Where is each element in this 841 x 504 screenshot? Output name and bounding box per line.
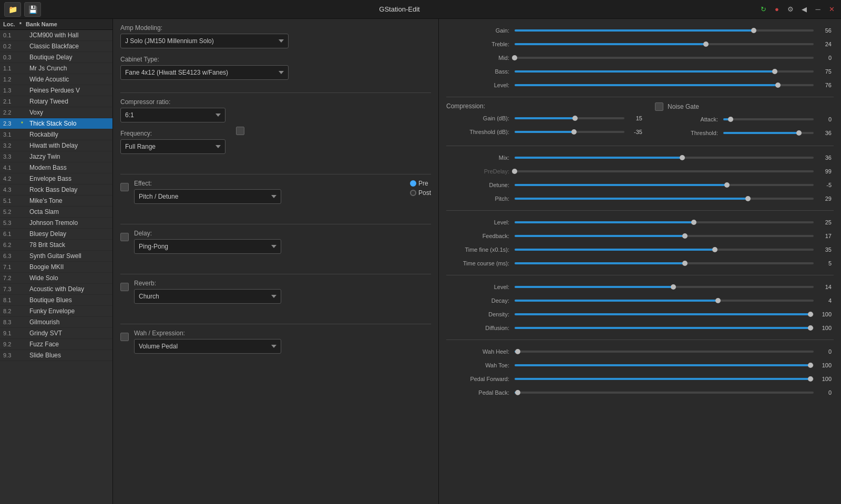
list-item[interactable]: 9.3 Slide Blues — [0, 350, 112, 361]
ng-threshold-track[interactable] — [723, 132, 814, 134]
cabinet-type-select[interactable]: Fane 4x12 (Hiwatt SE4123 w/Fanes) — [120, 65, 289, 80]
list-item[interactable]: 4.2 Envelope Bass — [0, 173, 112, 184]
feedback-thumb[interactable] — [682, 233, 688, 239]
list-item[interactable]: 6.1 Bluesy Delay — [0, 229, 112, 240]
post-radio-row[interactable]: Post — [410, 189, 431, 197]
mid-track[interactable] — [515, 57, 814, 59]
level-track-wrap[interactable] — [515, 84, 814, 86]
compressor-ratio-select[interactable]: 6:1 — [120, 108, 225, 122]
level-track[interactable] — [515, 84, 814, 86]
list-item[interactable]: 7.2 Wide Solo — [0, 273, 112, 284]
reverb-level-track[interactable] — [515, 286, 814, 288]
wah-toe-thumb[interactable] — [808, 363, 813, 368]
bass-track-wrap[interactable] — [515, 70, 814, 73]
list-item[interactable]: 5.2 Octa Slam — [0, 207, 112, 218]
delay-level-thumb[interactable] — [691, 220, 696, 225]
pedal-forward-thumb[interactable] — [808, 376, 813, 382]
gain-track[interactable] — [515, 29, 814, 32]
list-item[interactable]: 5.3 Johnson Tremolo — [0, 218, 112, 229]
frequency-select[interactable]: Full Range — [120, 139, 225, 154]
wah-heel-thumb[interactable] — [515, 349, 520, 354]
ng-attack-track[interactable] — [723, 118, 814, 120]
list-item[interactable]: 1.2 Wide Acoustic — [0, 74, 112, 85]
compressor-checkbox[interactable] — [236, 127, 244, 135]
mix-track[interactable] — [515, 157, 814, 159]
comp-threshold-track[interactable] — [515, 131, 624, 133]
bass-track[interactable] — [515, 70, 814, 73]
density-track[interactable] — [515, 313, 814, 315]
ng-attack-thumb[interactable] — [728, 117, 733, 122]
refresh-button[interactable]: ↻ — [758, 4, 768, 15]
list-item[interactable]: 8.3 Gilmourish — [0, 317, 112, 328]
effect-select[interactable]: Pitch / Detune — [134, 189, 281, 204]
diffusion-thumb[interactable] — [808, 325, 813, 331]
list-item[interactable]: 2.2 Voxy — [0, 107, 112, 118]
pitch-thumb[interactable] — [745, 196, 751, 201]
time-fine-thumb[interactable] — [712, 247, 717, 252]
wah-toe-track[interactable] — [515, 364, 814, 366]
treble-track[interactable] — [515, 43, 814, 45]
pre-radio-row[interactable]: Pre — [410, 180, 431, 187]
reverb-select[interactable]: Church — [134, 289, 281, 304]
list-item[interactable]: 6.2 78 Brit Stack — [0, 240, 112, 251]
list-item[interactable]: 3.2 Hiwatt with Delay — [0, 140, 112, 151]
diffusion-track[interactable] — [515, 327, 814, 329]
reverb-checkbox[interactable] — [120, 283, 129, 291]
pedal-back-track[interactable] — [515, 392, 814, 394]
list-item[interactable]: 3.1 Rockabilly — [0, 129, 112, 140]
delay-select[interactable]: Ping-Pong — [134, 239, 281, 254]
file-open-button[interactable]: 📁 — [4, 2, 21, 17]
comp-threshold-thumb[interactable] — [571, 129, 577, 135]
list-item[interactable]: 9.1 Grindy SVT — [0, 328, 112, 339]
list-item[interactable]: 2.3 * Thick Stack Solo — [0, 118, 112, 129]
pre-radio[interactable] — [410, 180, 416, 187]
list-item[interactable]: 3.3 Jazzy Twin — [0, 151, 112, 162]
pitch-track[interactable] — [515, 198, 814, 200]
amp-modeling-select[interactable]: J Solo (JM150 Millennium Solo) — [120, 34, 289, 48]
pedal-back-thumb[interactable] — [515, 390, 520, 395]
treble-track-wrap[interactable] — [515, 43, 814, 45]
list-item[interactable]: 4.3 Rock Bass Delay — [0, 184, 112, 196]
detune-track[interactable] — [515, 184, 814, 186]
stop-button[interactable]: ● — [772, 4, 782, 15]
wah-checkbox[interactable] — [120, 333, 129, 341]
list-item[interactable]: 7.3 Acoustic with Delay — [0, 284, 112, 295]
ng-threshold-thumb[interactable] — [796, 130, 802, 136]
density-thumb[interactable] — [808, 312, 813, 317]
list-item[interactable]: 5.1 Mike's Tone — [0, 196, 112, 207]
list-item[interactable]: 1.3 Peines Perdues V — [0, 85, 112, 96]
time-course-track[interactable] — [515, 262, 814, 264]
list-item[interactable]: 0.2 Classic Blackface — [0, 41, 112, 52]
save-button[interactable]: 💾 — [24, 2, 41, 17]
list-item[interactable]: 7.1 Boogie MKII — [0, 262, 112, 273]
list-item[interactable]: 2.1 Rotary Tweed — [0, 96, 112, 107]
comp-gain-thumb[interactable] — [572, 116, 578, 121]
list-item[interactable]: 4.1 Modern Bass — [0, 162, 112, 173]
list-item[interactable]: 1.1 Mr Js Crunch — [0, 63, 112, 74]
pedal-forward-track[interactable] — [515, 378, 814, 380]
list-item[interactable]: 8.2 Funky Envelope — [0, 306, 112, 317]
wah-heel-track[interactable] — [515, 351, 814, 353]
bass-thumb[interactable] — [772, 69, 777, 74]
detune-thumb[interactable] — [724, 182, 730, 188]
mid-thumb[interactable] — [512, 55, 517, 60]
gain-track-wrap[interactable] — [515, 29, 814, 32]
treble-thumb[interactable] — [703, 42, 709, 47]
feedback-track[interactable] — [515, 235, 814, 237]
post-radio[interactable] — [410, 190, 416, 196]
minimize-button[interactable]: ─ — [813, 4, 823, 15]
back-button[interactable]: ◀ — [799, 4, 809, 15]
list-item[interactable]: 8.1 Boutique Blues — [0, 295, 112, 306]
list-item[interactable]: 0.3 Boutique Delay — [0, 52, 112, 63]
time-course-thumb[interactable] — [682, 261, 688, 266]
noise-gate-checkbox[interactable] — [655, 102, 663, 111]
delay-level-track[interactable] — [515, 221, 814, 223]
comp-gain-track[interactable] — [515, 117, 624, 119]
predelay-thumb[interactable] — [512, 169, 517, 174]
list-item[interactable]: 6.3 Synth Guitar Swell — [0, 251, 112, 262]
decay-thumb[interactable] — [715, 298, 721, 303]
settings-button[interactable]: ⚙ — [785, 4, 796, 15]
decay-track[interactable] — [515, 300, 814, 302]
mix-thumb[interactable] — [680, 155, 685, 160]
delay-checkbox[interactable] — [120, 233, 129, 241]
